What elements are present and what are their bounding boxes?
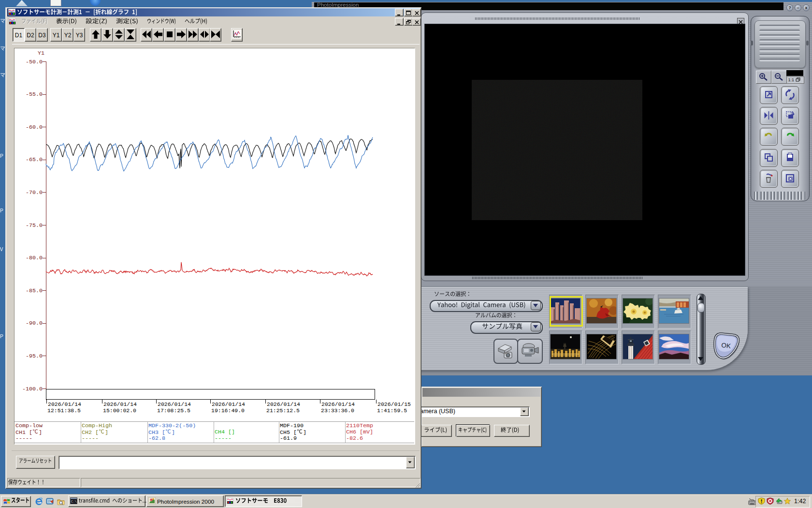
svg-text:OK: OK [721,342,731,350]
svg-text:C:\: C:\ [71,500,77,504]
